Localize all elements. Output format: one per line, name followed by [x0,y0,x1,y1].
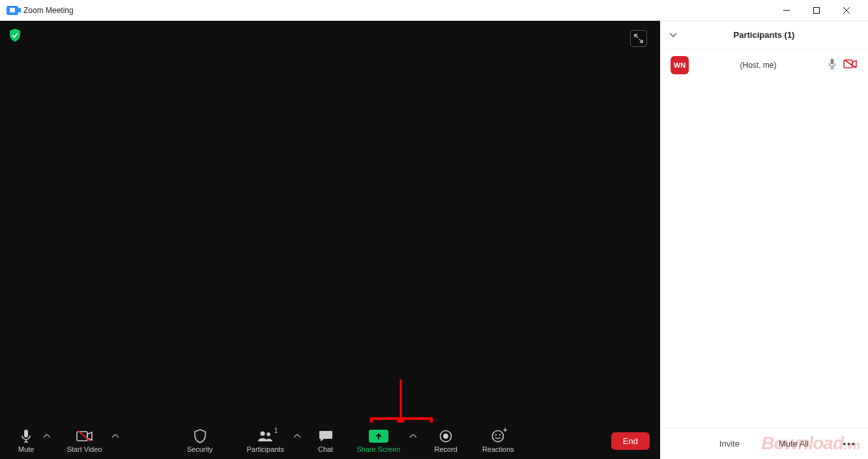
audio-options-chevron[interactable] [42,434,52,447]
video-camera-off-icon [76,428,93,444]
participants-panel: Participants (1) WN (Host, me) Invite [660,21,868,459]
security-button[interactable]: Security [179,424,221,458]
svg-rect-16 [830,59,833,65]
svg-rect-6 [24,430,28,437]
record-label: Record [434,445,457,453]
meeting-info-shield-icon[interactable] [9,29,21,42]
start-video-button[interactable]: Start Video [59,424,109,458]
svg-point-9 [261,432,265,436]
chat-button[interactable]: Chat [310,424,341,458]
svg-rect-1 [814,7,820,13]
mute-button[interactable]: Mute [10,424,42,458]
meeting-toolbar: Mute Start Video [0,422,660,459]
minimize-button[interactable] [772,0,802,21]
svg-rect-7 [77,432,87,441]
svg-point-14 [495,434,497,436]
record-button[interactable]: Record [426,424,465,458]
mute-label: Mute [18,445,34,453]
reactions-button[interactable]: + Reactions [474,424,522,458]
chat-label: Chat [318,445,333,453]
participants-count-badge: 1 [274,427,278,434]
end-meeting-button[interactable]: End [611,432,650,450]
video-options-chevron[interactable] [110,434,121,447]
invite-button[interactable]: Invite [719,439,740,449]
svg-line-8 [78,431,91,441]
more-options-button[interactable]: ••• [843,439,856,449]
participants-icon: 1 [257,428,274,444]
share-screen-icon [369,430,388,443]
shield-icon [194,428,207,444]
svg-point-15 [499,434,500,436]
participants-options-chevron[interactable] [292,434,302,447]
reactions-icon: + [491,428,504,444]
svg-point-12 [443,434,448,439]
participants-panel-title: Participants (1) [734,30,795,40]
maximize-button[interactable] [802,0,832,21]
participants-label: Participants [246,445,283,453]
chat-icon [319,428,333,444]
reactions-label: Reactions [482,445,514,453]
meeting-video-area: Mute Start Video [0,21,660,459]
svg-point-13 [493,431,504,442]
svg-point-10 [267,432,270,436]
participant-mic-icon [828,58,837,72]
participant-avatar: WN [671,56,689,74]
participant-row[interactable]: WN (Host, me) [660,50,868,81]
zoom-app-icon [7,6,18,15]
window-titlebar: Zoom Meeting [0,0,868,21]
participants-button[interactable]: 1 Participants [239,424,291,458]
mute-all-button[interactable]: Mute All [779,439,809,449]
start-video-label: Start Video [66,445,102,453]
participant-role: (Host, me) [740,61,776,70]
window-title: Zoom Meeting [23,6,74,15]
share-screen-button[interactable]: Share Screen [349,424,408,458]
share-screen-label: Share Screen [356,445,400,453]
enter-fullscreen-button[interactable] [630,30,647,47]
close-button[interactable] [832,0,861,21]
record-icon [439,428,452,444]
share-screen-options-chevron[interactable] [408,434,418,447]
participant-video-off-icon [843,59,858,71]
security-label: Security [187,445,213,453]
microphone-icon [20,428,32,444]
collapse-panel-chevron[interactable] [669,31,677,40]
